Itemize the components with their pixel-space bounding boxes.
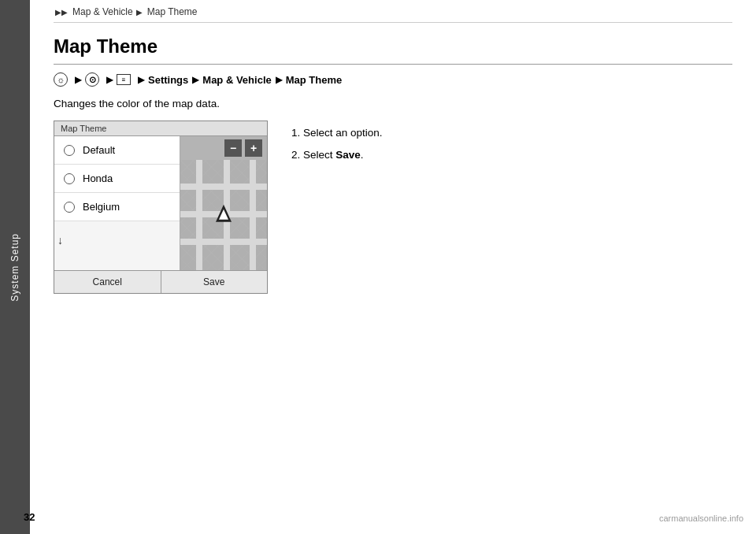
sidebar-label: System Setup [9, 233, 20, 302]
zoom-in-button[interactable]: + [245, 139, 262, 157]
map-street-vertical-3 [250, 160, 256, 270]
instruction-step-2-bold: Save [335, 149, 361, 161]
instruction-step-1: 1. Select an option. [291, 124, 383, 143]
navigation-arrow [216, 205, 232, 222]
mock-bottom-buttons: Cancel Save [54, 270, 267, 293]
sidebar: System Setup [0, 0, 30, 534]
breadcrumb-arrow-2: ▶ [136, 8, 143, 17]
nav-icon-home: ⊙ [85, 72, 99, 87]
nav-icon-menu: ≡ [117, 74, 131, 85]
nav-arrow-4: ▶ [192, 75, 198, 85]
save-button[interactable]: Save [161, 271, 268, 293]
nav-settings: Settings [148, 74, 188, 86]
page-title: Map Theme [54, 35, 732, 65]
page-number: 32 [24, 511, 35, 523]
nav-map-theme: Map Theme [286, 74, 343, 86]
watermark: carmanualsonline.info [659, 514, 743, 523]
nav-icon-sun: ☼ [54, 72, 68, 87]
breadcrumb-arrow-1: ▶▶ [55, 8, 68, 17]
nav-arrow-1: ▶ [75, 75, 81, 85]
mock-ui-title: Map Theme [54, 121, 267, 136]
option-belgium-label: Belgium [83, 201, 120, 213]
option-honda-label: Honda [83, 172, 113, 184]
nav-arrow-3: ▶ [138, 75, 144, 85]
breadcrumb: ▶▶ Map & Vehicle ▶ Map Theme [54, 0, 732, 23]
nav-arrow-5: ▶ [276, 75, 282, 85]
instruction-step-2-text: 2. Select [291, 149, 335, 161]
mock-ui-body: Default Honda Belgium ↓ − [54, 136, 267, 270]
mock-ui-screenshot: Map Theme Default Honda Belgium [54, 121, 268, 294]
nav-path: ☼ ▶ ⊙ ▶ ≡ ▶ Settings ▶ Map & Vehicle ▶ M… [54, 72, 732, 87]
main-content: ▶▶ Map & Vehicle ▶ Map Theme Map Theme ☼… [30, 0, 756, 310]
nav-arrow-2: ▶ [106, 75, 113, 85]
nav-map-vehicle: Map & Vehicle [202, 74, 271, 86]
mock-map-panel: − + [180, 136, 267, 270]
cancel-button[interactable]: Cancel [54, 271, 161, 293]
option-belgium[interactable]: Belgium [54, 193, 180, 221]
content-layout: Map Theme Default Honda Belgium [54, 121, 732, 294]
page-description: Changes the color of the map data. [54, 98, 732, 109]
breadcrumb-map-theme: Map Theme [147, 6, 198, 17]
map-street-vertical-1 [196, 160, 202, 270]
mock-options-panel: Default Honda Belgium ↓ [54, 136, 180, 270]
instruction-step-2: 2. Select Save. [291, 146, 383, 165]
instructions-panel: 1. Select an option. 2. Select Save. [291, 121, 383, 169]
map-zoom-controls: − + [180, 136, 267, 160]
scroll-down-indicator: ↓ [57, 234, 63, 247]
instruction-step-2-end: . [361, 149, 364, 161]
option-default-label: Default [83, 144, 115, 156]
radio-honda[interactable] [64, 173, 75, 184]
map-canvas [180, 160, 267, 270]
zoom-out-button[interactable]: − [224, 139, 242, 157]
breadcrumb-map-vehicle: Map & Vehicle [72, 6, 133, 17]
option-default[interactable]: Default [54, 136, 180, 165]
option-honda[interactable]: Honda [54, 165, 180, 193]
radio-belgium[interactable] [64, 202, 75, 213]
radio-default[interactable] [64, 145, 75, 156]
